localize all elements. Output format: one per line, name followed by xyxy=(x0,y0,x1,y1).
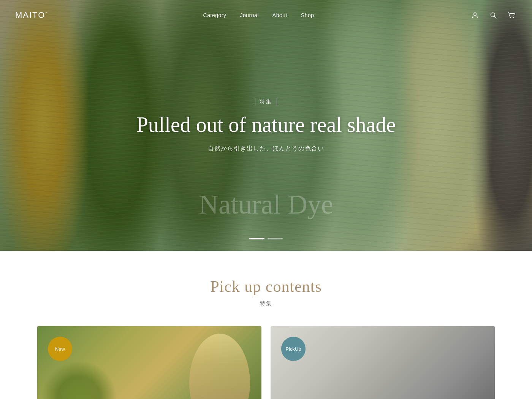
svg-line-2 xyxy=(494,16,496,18)
svg-point-0 xyxy=(474,13,477,15)
nav-link-journal[interactable]: Journal xyxy=(240,12,258,18)
card-left-decoration xyxy=(41,360,117,399)
header-icons xyxy=(470,10,517,21)
hero-subtitle: 自然から引き出した、ほんとうの色合い xyxy=(136,145,396,153)
hero-script-text: Natural Dye xyxy=(199,189,333,220)
pickup-subtitle: 特集 xyxy=(15,300,517,307)
site-header: MAITO° Category Journal About Shop xyxy=(0,0,532,30)
cart-icon[interactable] xyxy=(506,10,517,21)
nav-link-category[interactable]: Category xyxy=(203,12,226,18)
hero-dot-1[interactable] xyxy=(249,238,264,239)
card-new-badge: New xyxy=(48,337,72,361)
user-icon[interactable] xyxy=(470,10,480,21)
search-icon[interactable] xyxy=(488,10,499,21)
svg-point-1 xyxy=(491,13,495,17)
nav-link-shop[interactable]: Shop xyxy=(301,12,314,18)
hero-dot-2[interactable] xyxy=(268,238,283,239)
cards-row: New PickUp xyxy=(15,326,517,399)
nav-link-about[interactable]: About xyxy=(272,12,287,18)
card-new[interactable]: New xyxy=(37,326,261,399)
card-pickup[interactable]: PickUp xyxy=(271,326,495,399)
site-logo[interactable]: MAITO° xyxy=(15,10,48,20)
hero-title: Pulled out of nature real shade xyxy=(136,112,396,137)
svg-point-3 xyxy=(510,17,511,18)
hero-section: 特集 Pulled out of nature real shade 自然から引… xyxy=(0,0,532,251)
card-pickup-badge: PickUp xyxy=(281,337,306,361)
pickup-title: Pick up contents xyxy=(15,277,517,296)
main-nav: Category Journal About Shop xyxy=(203,12,314,18)
hero-category-label: 特集 xyxy=(136,98,396,106)
hero-content: 特集 Pulled out of nature real shade 自然から引… xyxy=(136,98,396,152)
hero-slider-dots xyxy=(249,238,283,239)
svg-point-4 xyxy=(513,17,514,18)
pickup-section: Pick up contents 特集 New PickUp xyxy=(0,251,532,399)
